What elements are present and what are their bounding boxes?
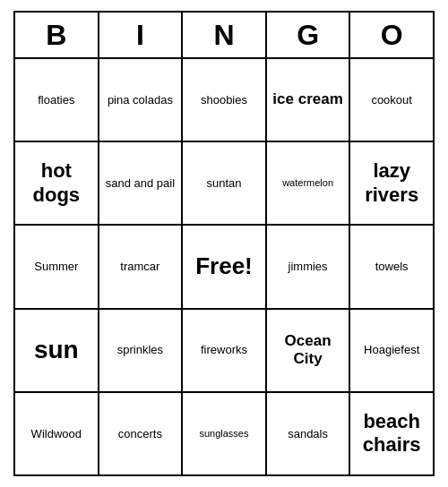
header-letter: O xyxy=(350,13,433,57)
bingo-cell: sunglasses xyxy=(183,393,267,474)
bingo-cell: Hoagiefest xyxy=(350,310,433,391)
bingo-cell: shoobies xyxy=(183,59,267,141)
bingo-cell: tramcar xyxy=(99,226,184,307)
bingo-row: floatiespina coladasshoobiesice creamcoo… xyxy=(15,59,433,142)
bingo-cell: concerts xyxy=(99,393,184,474)
bingo-cell: floaties xyxy=(15,59,99,141)
bingo-cell: sprinkles xyxy=(99,310,184,391)
bingo-cell: Summer xyxy=(15,226,99,307)
header-letter: I xyxy=(99,13,184,57)
bingo-header: BINGO xyxy=(15,13,433,59)
bingo-cell: ice cream xyxy=(267,59,351,141)
bingo-cell: lazy rivers xyxy=(350,142,433,224)
bingo-cell: suntan xyxy=(183,142,267,224)
bingo-row: hot dogssand and pailsuntanwatermelonlaz… xyxy=(15,142,433,226)
bingo-cell: cookout xyxy=(350,59,433,141)
header-letter: B xyxy=(15,13,99,57)
bingo-cell: towels xyxy=(350,226,433,307)
bingo-cell: jimmies xyxy=(267,226,351,307)
bingo-cell: watermelon xyxy=(267,142,351,224)
header-letter: G xyxy=(267,13,351,57)
bingo-cell: sand and pail xyxy=(99,142,184,224)
bingo-cell: hot dogs xyxy=(15,142,99,224)
bingo-row: sunsprinklesfireworksOcean CityHoagiefes… xyxy=(15,310,433,393)
bingo-grid: floatiespina coladasshoobiesice creamcoo… xyxy=(15,59,433,474)
bingo-cell: sandals xyxy=(267,393,351,474)
bingo-row: Wildwoodconcertssunglassessandalsbeach c… xyxy=(15,393,433,474)
bingo-cell: beach chairs xyxy=(350,393,433,474)
bingo-cell: sun xyxy=(15,310,99,391)
bingo-cell: pina coladas xyxy=(99,59,184,141)
bingo-cell: Wildwood xyxy=(15,393,99,474)
bingo-card: BINGO floatiespina coladasshoobiesice cr… xyxy=(13,11,435,476)
header-letter: N xyxy=(183,13,267,57)
bingo-cell: Free! xyxy=(183,226,267,307)
bingo-cell: Ocean City xyxy=(267,310,351,391)
bingo-row: SummertramcarFree!jimmiestowels xyxy=(15,226,433,309)
bingo-cell: fireworks xyxy=(183,310,267,391)
